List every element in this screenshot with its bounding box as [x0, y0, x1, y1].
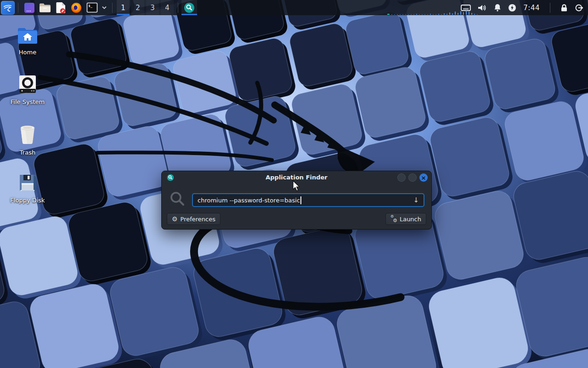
system-tray: 7:44 — [461, 3, 583, 13]
desktop-icon-trash[interactable]: Trash — [4, 124, 51, 156]
launch-button[interactable]: ⚙ ⚙ Launch — [385, 213, 426, 225]
terminal-icon: $_ — [86, 2, 98, 13]
panel-separator — [178, 3, 178, 13]
home-folder-icon — [17, 27, 38, 44]
search-input-value: chromium --password-store=basic — [198, 197, 300, 204]
panel-separator — [18, 3, 18, 13]
file-manager-icon — [39, 2, 51, 13]
app-finder-icon — [184, 2, 195, 13]
desktop-icon-label: Floppy Disk — [10, 197, 45, 204]
text-editor-icon — [55, 2, 66, 14]
volume-icon[interactable] — [478, 4, 487, 12]
minimize-button[interactable] — [397, 173, 406, 182]
applications-menu-button[interactable] — [1, 1, 15, 15]
launcher-app-drawer[interactable] — [23, 1, 36, 14]
launcher-firefox[interactable] — [70, 1, 83, 14]
close-button[interactable]: × — [419, 173, 428, 182]
window-controls: × — [397, 173, 428, 182]
panel-separator — [112, 3, 113, 13]
launcher-text-editor[interactable] — [54, 1, 67, 14]
preferences-button[interactable]: ⚙ Preferences — [167, 213, 220, 225]
application-finder-window: Application Finder × chromium --password… — [161, 171, 432, 230]
kali-logo-icon — [3, 3, 13, 13]
text-caret — [300, 196, 301, 204]
hard-drive-icon — [18, 75, 37, 94]
desktop-icon-floppy-disk[interactable]: Floppy Disk — [4, 173, 51, 204]
maximize-button[interactable] — [408, 173, 417, 182]
search-icon — [170, 191, 186, 207]
log-out-icon[interactable] — [575, 4, 583, 12]
floppy-disk-icon — [18, 173, 37, 192]
launcher-terminal[interactable]: $_ — [85, 1, 98, 14]
svg-text:$_: $_ — [88, 4, 92, 8]
desktop: Home File System Trash Floppy Di — [0, 0, 588, 368]
power-manager-icon[interactable] — [508, 4, 516, 12]
workspace-1[interactable]: 1 — [117, 0, 130, 15]
workspace-3[interactable]: 3 — [146, 0, 159, 15]
launcher-file-manager[interactable] — [39, 1, 51, 14]
app-drawer-icon — [23, 2, 35, 14]
taskbar-application-finder[interactable] — [181, 0, 197, 15]
terminal-dropdown-button[interactable] — [101, 1, 107, 14]
desktop-icon-home[interactable]: Home — [4, 27, 51, 56]
trash-bin-icon — [18, 124, 37, 144]
search-input[interactable]: chromium --password-store=basic ↓ — [192, 193, 424, 207]
lock-screen-icon[interactable] — [560, 4, 568, 12]
top-panel: $_ 1 2 3 4 — [0, 0, 588, 15]
workspace-4[interactable]: 4 — [161, 0, 174, 15]
launch-gears-icon: ⚙ ⚙ — [390, 216, 397, 222]
workspace-2[interactable]: 2 — [131, 0, 144, 15]
window-title: Application Finder — [162, 174, 431, 181]
desktop-icon-label: Trash — [20, 149, 35, 156]
chevron-down-icon — [102, 6, 107, 9]
notifications-bell-icon[interactable] — [494, 4, 501, 12]
audio-visualizer — [387, 0, 478, 15]
panel-separator — [550, 3, 550, 13]
clock[interactable]: 7:44 — [523, 4, 540, 12]
dropdown-arrow-icon[interactable]: ↓ — [413, 197, 419, 204]
desktop-icon-label: Home — [19, 49, 36, 56]
desktop-icon-file-system[interactable]: File System — [4, 75, 51, 105]
mouse-cursor — [293, 180, 303, 191]
desktop-icon-label: File System — [11, 98, 45, 105]
firefox-icon — [70, 2, 82, 14]
gear-icon: ⚙ — [172, 216, 178, 222]
